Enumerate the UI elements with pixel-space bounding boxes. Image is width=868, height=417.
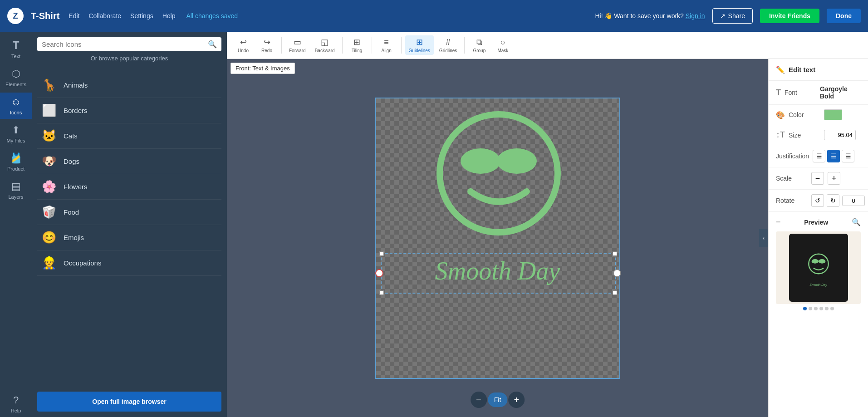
collapse-arrow[interactable]: ‹ bbox=[759, 229, 768, 247]
main-area: T Text ⬡ Elements ☺ Icons ⬆ My Files 🎽 P… bbox=[0, 32, 868, 417]
toolbar: ↩ Undo ↪ Redo ▭ Forward ◱ Backward ⊞ Til… bbox=[227, 32, 868, 59]
scale-row: Scale − + bbox=[769, 167, 868, 190]
sidebar-item-product[interactable]: 🎽 Product bbox=[0, 149, 32, 175]
sidebar-item-icons[interactable]: ☺ Icons bbox=[0, 93, 32, 119]
gridlines-icon: # bbox=[446, 38, 451, 47]
category-emojis[interactable]: 😊 Emojis bbox=[37, 225, 221, 250]
handle-tr[interactable] bbox=[613, 251, 617, 256]
rotate-ccw-button[interactable]: ↺ bbox=[811, 194, 824, 207]
align-icon: ≡ bbox=[384, 38, 389, 47]
justify-center-button[interactable]: ☰ bbox=[827, 150, 840, 162]
icons-icon: ☺ bbox=[11, 96, 21, 108]
tshirt-text: Smooth Day bbox=[809, 283, 827, 286]
scale-up-button[interactable]: + bbox=[828, 172, 840, 185]
preview-dot-2[interactable] bbox=[809, 307, 812, 310]
tiling-icon: ⊞ bbox=[353, 37, 360, 47]
text-icon: T bbox=[13, 39, 20, 52]
search-input[interactable] bbox=[42, 40, 204, 48]
canvas-wrapper: Front: Text & Images ‹ bbox=[227, 59, 768, 417]
canvas-area[interactable]: Smooth Day − Fit + bbox=[227, 59, 768, 417]
category-list: 🦒 Animals ⬜ Borders 🐱 Cats 🐶 Dogs 🌸 Flow… bbox=[32, 73, 227, 386]
left-sidebar: T Text ⬡ Elements ☺ Icons ⬆ My Files 🎽 P… bbox=[0, 32, 32, 417]
preview-dots bbox=[776, 304, 861, 313]
preview-dot-5[interactable] bbox=[825, 307, 829, 310]
sidebar-item-help[interactable]: ? Help bbox=[0, 391, 32, 417]
gridlines-button[interactable]: # Gridlines bbox=[436, 36, 461, 55]
scale-down-button[interactable]: − bbox=[811, 172, 824, 185]
category-borders[interactable]: ⬜ Borders bbox=[37, 98, 221, 123]
forward-button[interactable]: ▭ Forward bbox=[285, 35, 309, 55]
nav-help[interactable]: Help bbox=[162, 12, 176, 20]
justify-right-button[interactable]: ☰ bbox=[842, 150, 854, 162]
sidebar-item-elements[interactable]: ⬡ Elements bbox=[0, 64, 32, 91]
handle-br[interactable] bbox=[613, 290, 617, 295]
zoom-out-button[interactable]: − bbox=[471, 392, 487, 408]
front-label: Front: Text & Images bbox=[230, 63, 295, 74]
preview-collapse-button[interactable]: − bbox=[776, 217, 781, 227]
category-food[interactable]: 🥡 Food bbox=[37, 200, 221, 225]
size-input[interactable] bbox=[824, 130, 856, 140]
group-button[interactable]: ⧉ Group bbox=[468, 36, 490, 55]
rotate-group: ↺ ↻ bbox=[811, 194, 865, 207]
justify-left-button[interactable]: ☰ bbox=[813, 150, 825, 162]
cats-icon: 🐱 bbox=[41, 129, 57, 143]
fit-button[interactable]: Fit bbox=[488, 392, 508, 407]
tiling-button[interactable]: ⊞ Tiling bbox=[346, 35, 368, 55]
sidebar-item-layers[interactable]: ▤ Layers bbox=[0, 177, 32, 203]
handle-tl[interactable] bbox=[379, 251, 384, 256]
share-button[interactable]: ↗ Share bbox=[712, 8, 753, 24]
rotate-cw-button[interactable]: ↻ bbox=[827, 194, 839, 207]
sidebar-item-text[interactable]: T Text bbox=[0, 35, 32, 63]
invite-friends-button[interactable]: Invite Friends bbox=[760, 9, 819, 23]
size-row: ↕T Size bbox=[769, 125, 868, 145]
done-button[interactable]: Done bbox=[827, 9, 861, 23]
rotate-input[interactable] bbox=[842, 196, 865, 206]
category-cats[interactable]: 🐱 Cats bbox=[37, 123, 221, 149]
handle-bl[interactable] bbox=[379, 290, 384, 295]
backward-icon: ◱ bbox=[321, 37, 329, 47]
nav-edit[interactable]: Edit bbox=[69, 12, 79, 20]
preview-dot-6[interactable] bbox=[830, 307, 834, 310]
tshirt-design-svg bbox=[803, 250, 834, 281]
animals-icon: 🦒 bbox=[41, 78, 57, 92]
svg-point-5 bbox=[809, 254, 828, 273]
icon-panel: 🔍 Or browse popular categories 🦒 Animals… bbox=[32, 32, 227, 417]
category-animals[interactable]: 🦒 Animals bbox=[37, 73, 221, 98]
app-logo[interactable]: Z bbox=[7, 8, 24, 24]
help-icon: ? bbox=[13, 394, 19, 406]
search-box: 🔍 bbox=[37, 37, 221, 51]
category-flowers[interactable]: 🌸 Flowers bbox=[37, 174, 221, 200]
preview-dot-1[interactable] bbox=[803, 307, 807, 310]
preview-dot-3[interactable] bbox=[814, 307, 818, 310]
smooth-day-text[interactable]: Smooth Day bbox=[376, 256, 619, 285]
nav-collaborate[interactable]: Collaborate bbox=[88, 12, 121, 20]
guidelines-button[interactable]: ⊞ Guidelines bbox=[405, 35, 434, 55]
preview-search-icon[interactable]: 🔍 bbox=[852, 218, 861, 226]
pencil-icon: ✏️ bbox=[776, 65, 785, 74]
app-title: T-Shirt bbox=[31, 11, 59, 21]
search-area: 🔍 Or browse popular categories bbox=[32, 32, 227, 73]
color-icon: 🎨 bbox=[776, 111, 785, 119]
category-dogs[interactable]: 🐶 Dogs bbox=[37, 149, 221, 174]
zoom-in-button[interactable]: + bbox=[508, 392, 525, 408]
category-occupations[interactable]: 👷 Occupations bbox=[37, 250, 221, 276]
hi-text: Hi! 👋 Want to save your work? Sign in bbox=[595, 12, 705, 20]
justification-row: Justification ☰ ☰ ☰ bbox=[769, 145, 868, 167]
align-button[interactable]: ≡ Align bbox=[376, 36, 397, 55]
saved-status: All changes saved bbox=[186, 12, 238, 20]
redo-button[interactable]: ↪ Redo bbox=[256, 35, 278, 55]
occupations-icon: 👷 bbox=[41, 256, 57, 270]
open-browser-button[interactable]: Open full image browser bbox=[37, 392, 221, 412]
redo-icon: ↪ bbox=[264, 37, 270, 47]
undo-button[interactable]: ↩ Undo bbox=[232, 35, 254, 55]
color-swatch[interactable] bbox=[824, 109, 842, 120]
edit-text-header: ✏️ Edit text bbox=[769, 59, 868, 81]
nav-settings[interactable]: Settings bbox=[130, 12, 153, 20]
preview-dot-4[interactable] bbox=[819, 307, 823, 310]
mask-icon: ○ bbox=[500, 38, 505, 47]
sign-in-link[interactable]: Sign in bbox=[686, 12, 705, 20]
mask-button[interactable]: ○ Mask bbox=[492, 36, 514, 55]
backward-button[interactable]: ◱ Backward bbox=[311, 35, 338, 55]
right-panel: ✏️ Edit text T Font Gargoyle Bold 🎨 Colo… bbox=[768, 59, 868, 417]
sidebar-item-my-files[interactable]: ⬆ My Files bbox=[0, 121, 32, 147]
